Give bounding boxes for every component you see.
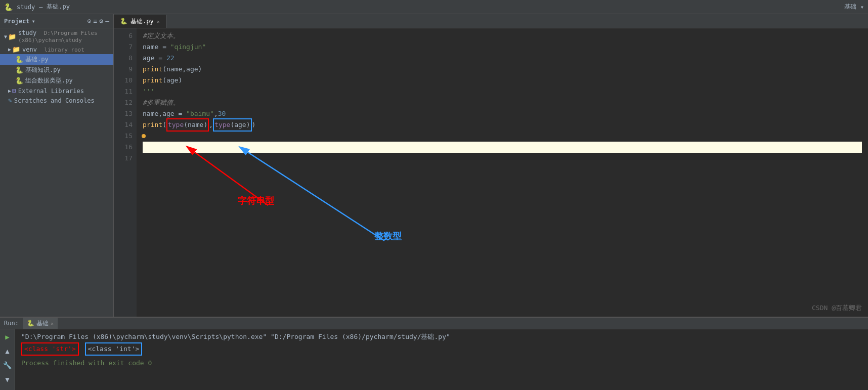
code-line-11: ''' [143, 86, 862, 97]
jichu-label: 基础.py [25, 55, 49, 64]
sidebar-title: Project ▾ [4, 18, 35, 25]
code-line-15 [143, 131, 862, 142]
sidebar-item-venv[interactable]: ▶ 📁 venv library root [0, 45, 113, 54]
code-line-8: age = 22 [143, 53, 862, 64]
line-num-16: 16 [114, 142, 133, 153]
list-icon[interactable]: ≡ [2, 388, 13, 390]
sidebar: Project ▾ ⊙ ≡ ⚙ – ▼ 📁 study D:\Program F… [0, 14, 114, 317]
top-bar-study: study [17, 4, 35, 11]
settings-icon[interactable]: ⚙ [99, 17, 103, 25]
venv-folder-icon: 📁 [12, 46, 20, 53]
top-bar-separator: – [39, 4, 42, 11]
sidebar-header: Project ▾ ⊙ ≡ ⚙ – [0, 14, 113, 28]
watermark: CSDN @百慕卿君 [812, 304, 862, 313]
type-age-highlight: type(age) [213, 118, 251, 132]
sidebar-item-jichu-zhishi[interactable]: 🐍 基础知识.py [0, 65, 113, 75]
python-file-icon-2: 🐍 [15, 66, 23, 74]
code-line-7: name = "qingjun" [143, 41, 862, 53]
scratches-label: Scratches and Consoles [14, 97, 95, 104]
scroll-down-icon[interactable]: ▼ [2, 374, 13, 385]
run-panel-header: Run: 🐍 基础 ✕ [0, 318, 868, 329]
run-tab-close[interactable]: ✕ [51, 321, 54, 326]
run-cmd-line: "D:\Program Files (x86)\pycharm\study\ve… [21, 331, 862, 342]
code-line-13: name,age = "baimu",30 [143, 108, 862, 119]
run-icon[interactable]: ▶ [2, 331, 13, 342]
top-bar-right: 基础 ▾ [844, 3, 864, 11]
sidebar-icons: ⊙ ≡ ⚙ – [88, 17, 109, 25]
sidebar-item-jichupyi[interactable]: 🐍 基础.py [0, 54, 113, 65]
code-content[interactable]: #定义文本。 name = "qingjun" age = 22 print(n… [137, 28, 868, 317]
folder-icon: 📁 [8, 33, 16, 40]
line-num-15: 15 [114, 131, 133, 142]
app-icon: 🐍 [4, 3, 13, 11]
code-editor[interactable]: 6 7 8 9 10 11 12 13 14 15 16 17 #定义文本。 n… [114, 28, 868, 317]
output-int-box: <class 'int'> [85, 342, 143, 356]
scroll-up-icon[interactable]: ▲ [2, 345, 13, 357]
line-num-12: 12 [114, 97, 133, 108]
run-tab-label: 基础 [36, 319, 49, 328]
sidebar-title-text: Project [4, 18, 30, 25]
sidebar-item-scratches[interactable]: ✎ Scratches and Consoles [0, 96, 113, 105]
dropdown-icon[interactable]: ▾ [860, 4, 864, 11]
tab-label: 基础.py [131, 17, 154, 26]
tab-file-icon: 🐍 [120, 18, 127, 25]
top-bar: 🐍 study – 基础.py 基础 ▾ [0, 0, 868, 14]
line-num-6: 6 [114, 30, 133, 41]
line-num-13: 13 [114, 108, 133, 119]
run-label: Run: [4, 320, 19, 327]
sidebar-item-zuhe[interactable]: 🐍 组合数据类型.py [0, 75, 113, 86]
library-icon: ⊞ [12, 87, 16, 95]
run-panel-body: ▶ ▲ 🔧 ▼ ≡ ⊟ "D:\Program Files (x86)\pych… [0, 329, 868, 390]
run-tab-icon: 🐍 [27, 320, 34, 327]
tab-close-icon[interactable]: ✕ [157, 19, 160, 24]
sidebar-item-external-libs[interactable]: ▶ ⊞ External Libraries [0, 86, 113, 96]
run-output-line: <class 'str'> <class 'int'> [21, 342, 862, 356]
menu-icon[interactable]: ≡ [94, 17, 98, 25]
type-name-highlight: type(name) [166, 118, 209, 132]
output-str-box: <class 'str'> [21, 342, 79, 356]
wrench-icon[interactable]: 🔧 [2, 360, 13, 371]
line-num-17: 17 [114, 153, 133, 164]
code-line-14: print( type(name) , type(age) ) [143, 119, 862, 131]
line-numbers: 6 7 8 9 10 11 12 13 14 15 16 17 [114, 28, 137, 317]
editor-area: 🐍 基础.py ✕ 6 7 8 9 10 11 12 13 14 15 16 1… [114, 14, 868, 317]
scratches-icon: ✎ [8, 97, 12, 104]
code-line-16 [143, 142, 862, 153]
python-file-icon-3: 🐍 [15, 77, 23, 84]
top-bar-left: 🐍 study – 基础.py [4, 3, 70, 11]
code-line-12: #多重赋值。 [143, 97, 862, 108]
top-bar-file: 基础.py [47, 3, 70, 11]
run-tab[interactable]: 🐍 基础 ✕ [23, 318, 58, 329]
run-exit-line: Process finished with exit code 0 [21, 358, 862, 369]
code-line-6: #定义文本。 [143, 30, 862, 41]
annotation-red-label: 字符串型 [238, 195, 274, 206]
python-file-icon: 🐍 [15, 56, 23, 63]
breakpoint-dot [142, 134, 146, 138]
line-num-7: 7 [114, 41, 133, 53]
code-line-10: print(age) [143, 75, 862, 86]
locate-icon[interactable]: ⊙ [88, 17, 92, 25]
line-num-9: 9 [114, 64, 133, 75]
line-num-8: 8 [114, 53, 133, 64]
run-panel-content: "D:\Program Files (x86)\pycharm\study\ve… [15, 329, 868, 390]
run-panel: Run: 🐍 基础 ✕ ▶ ▲ 🔧 ▼ ≡ ⊟ "D:\Program File… [0, 317, 868, 390]
sidebar-item-study[interactable]: ▼ 📁 study D:\Program Files (x86)\pycharm… [0, 28, 113, 45]
run-panel-toolbar: ▶ ▲ 🔧 ▼ ≡ ⊟ [0, 329, 15, 390]
tab-jichu[interactable]: 🐍 基础.py ✕ [114, 15, 166, 28]
study-label: study D:\Program Files (x86)\pycharm\stu… [18, 29, 109, 44]
zuhe-label: 组合数据类型.py [25, 76, 73, 85]
venv-label: venv library root [22, 46, 84, 53]
jichu-zhishi-label: 基础知识.py [25, 66, 61, 74]
ext-libs-label: External Libraries [18, 88, 84, 95]
dropdown-icon[interactable]: ▾ [32, 18, 35, 25]
line-num-10: 10 [114, 75, 133, 86]
line-num-14: 14 [114, 119, 133, 131]
svg-line-1 [248, 152, 384, 241]
tab-bar: 🐍 基础.py ✕ [114, 14, 868, 28]
chevron-right-icon: ▶ [8, 47, 11, 52]
code-line-9: print(name,age) [143, 64, 862, 75]
line-num-11: 11 [114, 86, 133, 97]
annotation-blue-label: 整数型 [374, 231, 402, 242]
code-line-17 [143, 153, 862, 164]
minimize-icon[interactable]: – [105, 17, 109, 25]
